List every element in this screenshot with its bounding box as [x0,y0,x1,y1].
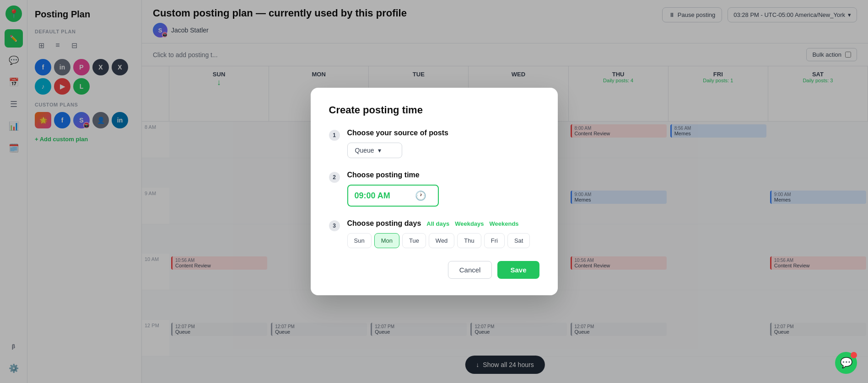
source-selector[interactable]: Queue ▾ [347,143,402,158]
day-btn-sat[interactable]: Sat [507,233,530,248]
step-1-content: Choose your source of posts Queue ▾ [347,129,539,158]
source-chevron-icon: ▾ [378,147,381,154]
time-input-field[interactable] [355,191,410,201]
step-1-number: 1 [329,130,340,141]
day-btn-mon[interactable]: Mon [374,233,399,248]
time-input-wrapper: 🕐 [347,185,439,207]
weekdays-shortcut[interactable]: Weekdays [455,220,484,227]
modal-title: Create posting time [329,104,539,116]
day-btn-sun[interactable]: Sun [347,233,372,248]
source-value: Queue [355,147,374,154]
day-btn-thu[interactable]: Thu [457,233,481,248]
day-btn-tue[interactable]: Tue [402,233,426,248]
days-row: Sun Mon Tue Wed Thu Fri Sat [347,233,539,248]
chat-icon: 💬 [840,357,852,369]
step-1-label: Choose your source of posts [347,129,539,137]
clock-icon: 🕐 [415,190,426,201]
step-3-content: Choose posting days All days Weekdays We… [347,219,539,248]
modal-overlay[interactable]: Create posting time 1 Choose your source… [0,0,868,383]
save-button[interactable]: Save [497,261,539,279]
weekends-shortcut[interactable]: Weekends [490,220,519,227]
step-2: 2 Choose posting time 🕐 [329,171,539,207]
step-2-label: Choose posting time [347,171,539,179]
chat-button[interactable]: 💬 [835,352,857,374]
day-btn-fri[interactable]: Fri [484,233,505,248]
step-3: 3 Choose posting days All days Weekdays … [329,219,539,248]
step-2-content: Choose posting time 🕐 [347,171,539,207]
create-posting-time-modal: Create posting time 1 Choose your source… [311,88,558,295]
step-3-number: 3 [329,220,340,231]
step-1: 1 Choose your source of posts Queue ▾ [329,129,539,158]
step-3-label: Choose posting days [347,219,421,228]
cancel-button[interactable]: Cancel [448,261,492,279]
chat-badge [851,352,857,358]
day-btn-wed[interactable]: Wed [429,233,455,248]
all-days-shortcut[interactable]: All days [426,220,449,227]
modal-actions: Cancel Save [329,261,539,279]
step-2-number: 2 [329,172,340,183]
